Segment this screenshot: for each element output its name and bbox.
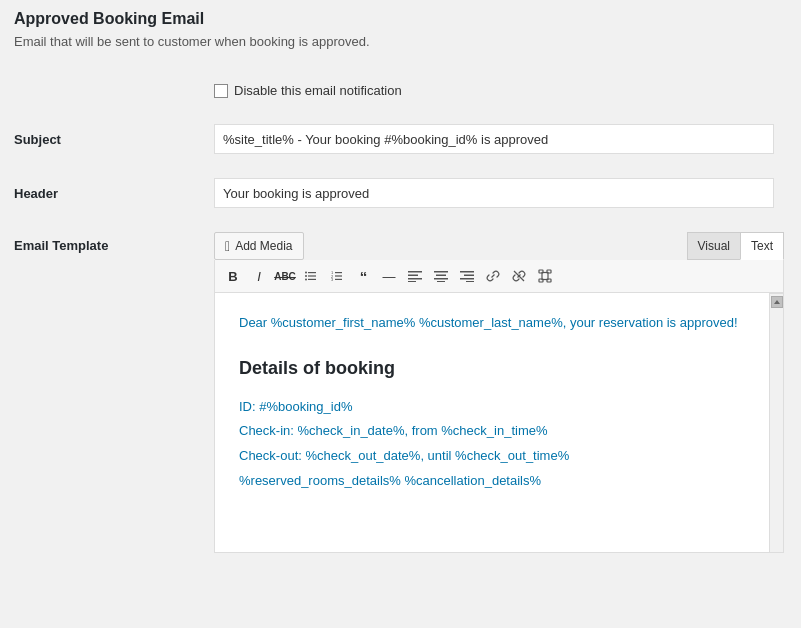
svg-rect-7 [335,275,342,276]
tab-text[interactable]: Text [740,232,784,260]
toolbar-link[interactable] [481,264,505,288]
editor-scrollbar[interactable] [770,293,784,553]
toolbar-ordered-list[interactable]: 123 [325,264,349,288]
email-template-container:  Add Media Visual Text B I [214,232,784,553]
svg-rect-16 [434,271,448,273]
svg-rect-19 [437,281,445,282]
svg-rect-14 [408,278,422,280]
id-line: ID: #%booking_id% [239,397,745,418]
details-line: %reserved_rooms_details% %cancellation_d… [239,471,745,492]
add-media-button[interactable]:  Add Media [214,232,304,260]
disable-notification-checkbox[interactable] [214,84,228,98]
svg-rect-22 [460,278,474,280]
subject-input[interactable] [214,124,774,154]
svg-rect-8 [335,279,342,280]
checkout-line: Check-out: %check_out_date%, until %chec… [239,446,745,467]
toolbar-strikethrough[interactable]: ABC [273,264,297,288]
svg-rect-23 [466,281,474,282]
svg-rect-12 [408,271,422,273]
section-title: Details of booking [239,354,745,383]
page-title: Approved Booking Email [14,10,787,28]
svg-rect-20 [460,271,474,273]
svg-point-4 [305,275,307,277]
svg-rect-15 [408,281,416,282]
toolbar-align-left[interactable] [403,264,427,288]
add-media-label: Add Media [235,239,292,253]
greeting-text: Dear %customer_first_name% %customer_las… [239,313,745,334]
tab-visual[interactable]: Visual [687,232,740,260]
editor-toolbar: B I ABC 123 “ — [214,260,784,293]
svg-marker-30 [774,300,780,304]
checkin-line: Check-in: %check_in_date%, from %check_i… [239,421,745,442]
svg-rect-29 [542,273,548,280]
view-tabs: Visual Text [687,232,784,260]
svg-rect-17 [436,275,446,277]
page-subtitle: Email that will be sent to customer when… [14,34,787,49]
header-label: Header [14,166,214,220]
template-header:  Add Media Visual Text [214,232,784,260]
add-media-icon:  [225,238,230,254]
editor-with-scroll: Dear %customer_first_name% %customer_las… [214,293,784,553]
svg-rect-21 [464,275,474,277]
toolbar-blockquote[interactable]: “ [351,264,375,288]
svg-rect-1 [308,275,316,276]
header-input[interactable] [214,178,774,208]
toolbar-align-center[interactable] [429,264,453,288]
svg-rect-18 [434,278,448,280]
toolbar-fullscreen[interactable] [533,264,557,288]
svg-rect-6 [335,272,342,273]
disable-notification-label: Disable this email notification [214,83,787,98]
subject-label: Subject [14,112,214,166]
toolbar-unordered-list[interactable] [299,264,323,288]
svg-rect-0 [308,272,316,273]
svg-point-5 [305,278,307,280]
email-template-label: Email Template [14,220,214,565]
toolbar-align-right[interactable] [455,264,479,288]
editor-area[interactable]: Dear %customer_first_name% %customer_las… [214,293,770,553]
toolbar-horizontal-rule[interactable]: — [377,264,401,288]
svg-text:3: 3 [331,277,334,282]
svg-rect-13 [408,275,418,277]
svg-rect-2 [308,279,316,280]
toolbar-unlink[interactable] [507,264,531,288]
scrollbar-up-arrow[interactable] [771,296,783,308]
disable-notification-text: Disable this email notification [234,83,402,98]
toolbar-bold[interactable]: B [221,264,245,288]
svg-point-3 [305,272,307,274]
toolbar-italic[interactable]: I [247,264,271,288]
